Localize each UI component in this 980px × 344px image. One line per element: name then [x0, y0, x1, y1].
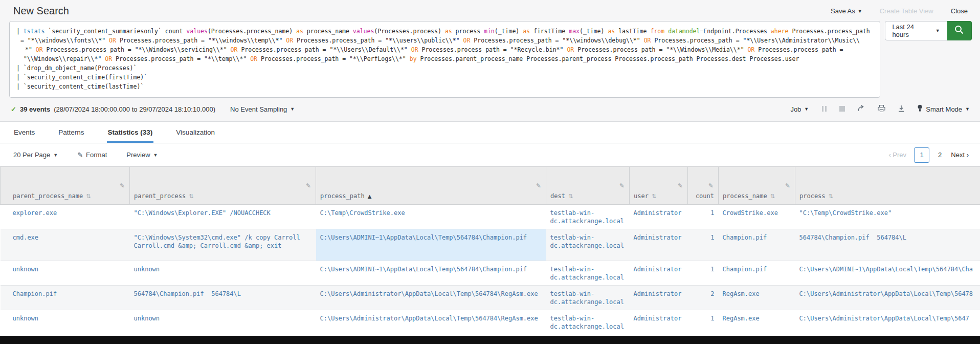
page-button-2[interactable]: 2	[937, 151, 943, 159]
query-line-7: | `security_content_ctime(lastTime)`	[16, 82, 876, 91]
cell-process-path[interactable]: C:\Users\Administrator\AppData\Local\Tem…	[316, 310, 546, 335]
cell-parent-process-name[interactable]: cmd.exe	[1, 229, 130, 261]
tab-statistics-33[interactable]: Statistics (33)	[107, 122, 154, 143]
query-line-3: *" OR Processes.process_path = "*\\Windo…	[16, 45, 876, 54]
tab-events[interactable]: Events	[13, 122, 36, 143]
cell-count[interactable]: 1	[688, 229, 719, 261]
column-header-count[interactable]: ✎count	[688, 167, 719, 205]
search-query-input[interactable]: | tstats `security_content_summariesonly…	[9, 21, 880, 98]
cell-parent-process[interactable]: unknown	[130, 310, 316, 335]
event-sampling-dropdown[interactable]: No Event Sampling ▼	[230, 105, 295, 113]
search-mode-selector[interactable]: Smart Mode ▼	[917, 104, 970, 114]
edit-column-pencil-icon[interactable]: ✎	[536, 182, 541, 189]
query-line-1: | tstats `security_content_summariesonly…	[16, 27, 876, 36]
cell-parent-process-name[interactable]: unknown	[1, 310, 130, 335]
page-button-1-current[interactable]: 1	[914, 147, 929, 163]
chevron-down-icon: ▼	[290, 106, 295, 112]
column-header-parent-process-name[interactable]: ✎parent_process_name⇅	[1, 167, 130, 205]
cell-process-path[interactable]: C:\Users\ADMINI~1\AppData\Local\Temp\564…	[316, 261, 546, 286]
cell-user[interactable]: Administrator	[630, 229, 688, 261]
cell-dest[interactable]: testlab-win-dc.attackrange.local	[546, 286, 630, 310]
time-range-label: Last 24 hours	[892, 23, 931, 38]
time-range-picker[interactable]: Last 24 hours ▼	[885, 21, 947, 40]
cell-dest[interactable]: testlab-win-dc.attackrange.local	[546, 205, 630, 229]
query-line-5: | `drop_dm_object_name(Processes)`	[16, 63, 876, 73]
column-header-user[interactable]: ✎user⇅	[630, 167, 688, 205]
column-label: process	[799, 192, 826, 200]
cell-dest[interactable]: testlab-win-dc.attackrange.local	[546, 261, 630, 286]
event-sampling-label: No Event Sampling	[230, 105, 287, 113]
cell-dest[interactable]: testlab-win-dc.attackrange.local	[546, 310, 630, 335]
export-button[interactable]	[898, 105, 905, 114]
edit-column-pencil-icon[interactable]: ✎	[678, 182, 683, 189]
edit-column-pencil-icon[interactable]: ✎	[708, 182, 714, 189]
stop-job-button[interactable]	[839, 105, 845, 113]
cell-process-path[interactable]: C:\Users\Administrator\AppData\Local\Tem…	[316, 286, 546, 310]
column-header-process-path[interactable]: ✎process_path▲	[316, 167, 546, 205]
cell-process-path[interactable]: C:\Temp\CrowdStrike.exe	[316, 205, 546, 229]
cell-count[interactable]: 2	[688, 286, 719, 310]
edit-column-pencil-icon[interactable]: ✎	[306, 182, 311, 189]
edit-column-pencil-icon[interactable]: ✎	[619, 182, 625, 189]
cell-count[interactable]: 1	[688, 261, 719, 286]
cell-parent-process-name[interactable]: explorer.exe	[1, 205, 130, 229]
prev-page-button[interactable]: ‹ Prev	[888, 151, 906, 159]
tab-visualization[interactable]: Visualization	[175, 122, 216, 143]
preview-dropdown[interactable]: Preview ▼	[126, 151, 158, 159]
pause-job-button[interactable]	[821, 105, 827, 113]
table-row: cmd.exe"C:\Windows\System32\cmd.exe" /k …	[1, 229, 980, 261]
statistics-table: ✎parent_process_name⇅✎parent_process⇅✎pr…	[0, 166, 980, 334]
cell-parent-process-name[interactable]: Champion.pif	[1, 286, 130, 310]
column-label: dest	[550, 192, 565, 200]
job-status-bar: ✓ 39 events (28/07/2024 18:00:00.000 to …	[0, 98, 980, 120]
cell-parent-process[interactable]: "C:\Windows\Explorer.EXE" /NOUACCHECK	[130, 205, 316, 229]
chevron-down-icon: ▼	[936, 28, 940, 33]
job-menu-button[interactable]: Job ▼	[790, 105, 809, 113]
cell-process-path[interactable]: C:\Users\ADMINI~1\AppData\Local\Temp\564…	[316, 229, 546, 261]
cell-process-name[interactable]: RegAsm.exe	[719, 310, 795, 335]
cell-user[interactable]: Administrator	[630, 205, 688, 229]
column-header-process[interactable]: process⇅	[795, 167, 980, 205]
cell-parent-process[interactable]: "C:\Windows\System32\cmd.exe" /k copy Ca…	[130, 229, 316, 261]
cell-count[interactable]: 1	[688, 310, 719, 335]
search-bar: | tstats `security_content_summariesonly…	[0, 21, 980, 98]
save-as-button[interactable]: Save As ▼	[831, 7, 862, 15]
tab-patterns[interactable]: Patterns	[57, 122, 85, 143]
search-button[interactable]	[947, 21, 972, 40]
cell-process[interactable]: 564784\Champion.pif 564784\L	[795, 229, 980, 261]
share-job-button[interactable]	[857, 104, 865, 114]
cell-user[interactable]: Administrator	[630, 261, 688, 286]
cell-process-name[interactable]: Champion.pif	[719, 261, 795, 286]
per-page-dropdown[interactable]: 20 Per Page ▼	[13, 151, 58, 159]
table-controls: 20 Per Page ▼ ✎ Format Preview ▼ ‹ Prev …	[0, 143, 980, 166]
column-header-process-name[interactable]: ✎process_name⇅	[719, 167, 795, 205]
cell-process[interactable]: "C:\Temp\CrowdStrike.exe"	[795, 205, 980, 229]
create-table-view-button[interactable]: Create Table View	[880, 7, 933, 15]
print-button[interactable]	[878, 105, 885, 114]
edit-column-pencil-icon[interactable]: ✎	[785, 182, 790, 189]
chevron-down-icon: ▼	[965, 106, 970, 112]
cell-user[interactable]: Administrator	[630, 310, 688, 335]
cell-dest[interactable]: testlab-win-dc.attackrange.local	[546, 229, 630, 261]
cell-parent-process-name[interactable]: unknown	[1, 261, 130, 286]
cell-parent-process[interactable]: unknown	[130, 261, 316, 286]
cell-process[interactable]: C:\Users\ADMINI~1\AppData\Local\Temp\564…	[795, 261, 980, 286]
cell-process-name[interactable]: RegAsm.exe	[719, 286, 795, 310]
query-line-2: = "*\\windows\\fonts\\*" OR Processes.pr…	[16, 36, 876, 45]
cell-count[interactable]: 1	[688, 205, 719, 229]
cell-process-name[interactable]: CrowdStrike.exe	[719, 205, 795, 229]
cell-user[interactable]: Administrator	[630, 286, 688, 310]
column-header-dest[interactable]: ✎dest⇅	[546, 167, 630, 205]
cell-process[interactable]: C:\Users\Administrator\AppData\Local\Tem…	[795, 310, 980, 335]
job-done-check-icon: ✓	[11, 105, 16, 113]
edit-column-pencil-icon[interactable]: ✎	[120, 182, 125, 189]
cell-process[interactable]: C:\Users\Administrator\AppData\Local\Tem…	[795, 286, 980, 310]
cell-parent-process[interactable]: 564784\Champion.pif 564784\L	[130, 286, 316, 310]
close-button[interactable]: Close	[951, 7, 968, 15]
cell-process-name[interactable]: Champion.pif	[719, 229, 795, 261]
table-row: explorer.exe"C:\Windows\Explorer.EXE" /N…	[1, 205, 980, 229]
format-button[interactable]: ✎ Format	[77, 151, 107, 159]
chevron-down-icon: ▼	[53, 153, 58, 158]
next-page-button[interactable]: Next ›	[951, 151, 969, 159]
column-header-parent-process[interactable]: ✎parent_process⇅	[130, 167, 316, 205]
